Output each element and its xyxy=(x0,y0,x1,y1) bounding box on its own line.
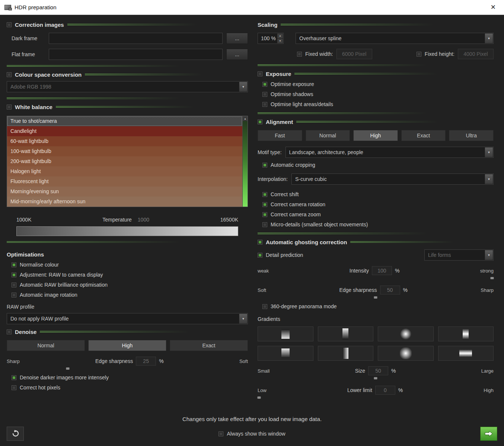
automatic-cropping-checkbox[interactable] xyxy=(262,163,267,168)
ghost-edge-sharpness-slider[interactable]: Soft Edge sharpness % Sharp xyxy=(258,286,494,299)
always-show-checkbox[interactable] xyxy=(218,431,223,436)
denoise-mode-high[interactable]: High xyxy=(88,340,166,351)
wb-item-200-watt[interactable]: 200-watt lightbulb xyxy=(7,156,242,166)
lower-limit-slider[interactable]: Low Lower limit % High xyxy=(258,386,494,399)
colour-space-dropdown[interactable]: Adobe RGB 1998 ▼ xyxy=(7,81,248,92)
wb-item-100-watt[interactable]: 100-watt lightbulb xyxy=(7,146,242,156)
micro-details-row[interactable]: Micro-details (smallest object movements… xyxy=(258,222,494,227)
spinner-down-icon[interactable]: ▼ xyxy=(277,39,283,44)
optimise-shadows-checkbox[interactable] xyxy=(262,92,267,97)
optimise-light-areas-row[interactable]: Optimise light areas/details xyxy=(258,101,494,107)
alignment-mode-high[interactable]: High xyxy=(353,130,398,141)
colour-space-checkbox[interactable] xyxy=(7,72,12,77)
wb-item-60-watt[interactable]: 60-watt lightbulb xyxy=(7,136,242,146)
optimise-light-areas-checkbox[interactable] xyxy=(262,102,267,107)
undo-button[interactable] xyxy=(7,427,24,441)
dark-frame-input[interactable] xyxy=(49,33,223,44)
image-rotation-checkbox[interactable] xyxy=(12,293,16,297)
life-forms-dropdown[interactable]: Life forms ▼ xyxy=(424,249,494,261)
gradient-tile-bar-top-bright[interactable] xyxy=(318,326,374,341)
slider-thumb[interactable] xyxy=(491,277,494,279)
temperature-gradient-bar[interactable] xyxy=(16,226,238,236)
slider-track[interactable] xyxy=(259,396,492,399)
slider-thumb[interactable] xyxy=(374,296,377,299)
lower-limit-input[interactable] xyxy=(375,386,395,395)
raw-brilliance-row[interactable]: Automatic RAW brilliance optimisation xyxy=(7,282,248,288)
chevron-down-icon[interactable]: ▼ xyxy=(485,34,493,43)
normalise-colour-checkbox[interactable] xyxy=(12,262,16,267)
alignment-mode-normal[interactable]: Normal xyxy=(306,130,350,141)
alignment-checkbox[interactable] xyxy=(258,120,262,124)
fixed-width-checkbox[interactable] xyxy=(297,52,302,57)
interpolation-dropdown[interactable]: S-curve cubic ▼ xyxy=(291,173,494,185)
denoise-edge-sharpness-slider[interactable]: Sharp Edge sharpness % Soft xyxy=(7,357,248,370)
slider-track[interactable] xyxy=(259,296,492,299)
gradient-tile-bar-center-bright[interactable] xyxy=(438,326,494,341)
wb-item-morning-evening-sun[interactable]: Morning/evening sun xyxy=(7,187,242,197)
wb-item-halogen[interactable]: Halogen light xyxy=(7,166,242,176)
slider-track[interactable] xyxy=(259,376,492,380)
slider-thumb[interactable] xyxy=(66,367,70,370)
wb-item-mid-morning-sun[interactable]: Mid-morning/early afternoon sun xyxy=(7,197,242,207)
normalise-colour-row[interactable]: Normalise colour xyxy=(7,262,248,268)
optimise-exposure-row[interactable]: Optimise exposure xyxy=(258,81,494,87)
chevron-down-icon[interactable]: ▼ xyxy=(239,82,247,92)
alignment-mode-fast[interactable]: Fast xyxy=(258,130,302,141)
denoise-mode-exact[interactable]: Exact xyxy=(170,340,248,351)
alignment-mode-exact[interactable]: Exact xyxy=(401,130,446,141)
correction-images-checkbox[interactable] xyxy=(7,22,12,27)
fixed-width-input[interactable] xyxy=(336,49,372,59)
wb-item-fluorescent[interactable]: Fluorescent light xyxy=(7,176,242,187)
raw-adjustment-row[interactable]: Adjustment: RAW to camera display xyxy=(7,272,248,278)
always-show-row[interactable]: Always show this window xyxy=(218,431,285,437)
gradient-tile-bar-right-bright[interactable] xyxy=(318,346,374,361)
raw-brilliance-checkbox[interactable] xyxy=(12,283,16,287)
raw-adjustment-checkbox[interactable] xyxy=(12,273,16,277)
gradient-tile-linear-top-bright[interactable] xyxy=(258,346,313,361)
slider-thumb[interactable] xyxy=(374,377,377,379)
denoise-checkbox[interactable] xyxy=(7,329,12,334)
gradient-tile-radial-glow-large[interactable] xyxy=(378,346,434,361)
scale-percent-spinner[interactable]: 100 % ▲ ▼ xyxy=(258,33,284,44)
denoise-mode-normal[interactable]: Normal xyxy=(7,340,85,351)
fixed-height-input[interactable] xyxy=(458,49,494,59)
spinner-up-icon[interactable]: ▲ xyxy=(277,34,283,38)
gradient-tile-linear-bottom-bright[interactable] xyxy=(258,326,313,341)
chevron-down-icon[interactable]: ▼ xyxy=(485,250,493,260)
wb-item-true-to-shot[interactable]: True to shot/camera xyxy=(7,116,242,126)
fixed-height-checkbox[interactable] xyxy=(417,52,421,57)
size-input[interactable] xyxy=(368,366,388,375)
flat-frame-browse-button[interactable]: ... xyxy=(226,49,248,60)
correct-rotation-checkbox[interactable] xyxy=(262,202,267,207)
intensity-input[interactable] xyxy=(372,266,392,275)
image-rotation-row[interactable]: Automatic image rotation xyxy=(7,292,248,298)
hot-pixels-checkbox[interactable] xyxy=(12,385,16,390)
flat-frame-input[interactable] xyxy=(49,49,223,60)
scaling-method-dropdown[interactable]: Overhauser spline ▼ xyxy=(296,33,494,44)
gradient-tile-radial-glow[interactable] xyxy=(378,326,434,341)
correct-shift-checkbox[interactable] xyxy=(262,192,267,197)
denoise-darker-checkbox[interactable] xyxy=(12,375,16,380)
micro-details-checkbox[interactable] xyxy=(262,222,267,227)
scrollbar-thumb[interactable] xyxy=(243,121,248,207)
motif-type-dropdown[interactable]: Landscape, architecture, people ▼ xyxy=(286,147,494,158)
optimise-exposure-checkbox[interactable] xyxy=(262,82,267,87)
denoise-darker-row[interactable]: Denoise darker images more intensely xyxy=(7,375,248,380)
correct-zoom-row[interactable]: Correct camera zoom xyxy=(258,211,494,217)
proceed-button[interactable] xyxy=(480,427,497,441)
wb-item-candlelight[interactable]: Candlelight xyxy=(7,126,242,136)
scroll-up-icon[interactable]: ▴ xyxy=(243,116,248,121)
dark-frame-browse-button[interactable]: ... xyxy=(226,33,248,44)
denoise-edge-sharpness-input[interactable] xyxy=(136,357,156,366)
correct-shift-row[interactable]: Correct shift xyxy=(258,191,494,197)
alignment-mode-ultra[interactable]: Ultra xyxy=(449,130,494,141)
detail-prediction-checkbox[interactable] xyxy=(258,253,262,258)
chevron-down-icon[interactable]: ▼ xyxy=(485,174,493,184)
gradient-tile-band-center-bright[interactable] xyxy=(438,346,494,361)
close-icon[interactable]: ✕ xyxy=(487,3,500,12)
chevron-down-icon[interactable]: ▼ xyxy=(485,147,493,157)
slider-thumb[interactable] xyxy=(258,396,261,399)
chevron-down-icon[interactable]: ▼ xyxy=(239,314,247,324)
scrollbar[interactable]: ▴ xyxy=(242,116,248,207)
hot-pixels-row[interactable]: Correct hot pixels xyxy=(7,385,248,391)
